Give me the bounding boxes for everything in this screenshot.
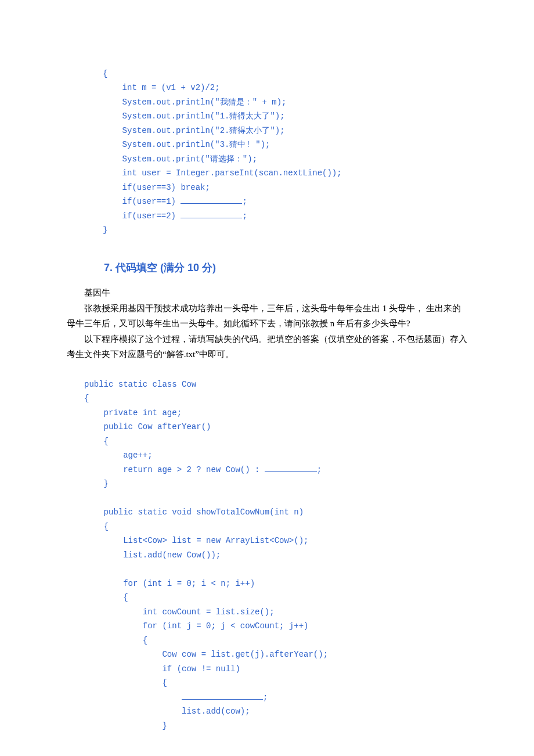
code-line: { — [84, 636, 147, 645]
blank-fill — [181, 210, 242, 218]
code-line: { — [84, 593, 128, 602]
code-line: int m = (v1 + v2)/2; — [103, 83, 220, 92]
code-line: List<Cow> list = new ArrayList<Cow>(); — [84, 536, 308, 545]
code-line: } — [84, 721, 167, 730]
code-line: return age > 2 ? new Cow() : ; — [84, 465, 322, 474]
prose-paragraph: 以下程序模拟了这个过程，请填写缺失的代码。把填空的答案（仅填空处的答案，不包括题… — [67, 332, 467, 362]
prose-title: 基因牛 — [67, 286, 467, 301]
code-line: System.out.println("2.猜得太小了"); — [103, 126, 285, 135]
blank-fill — [182, 692, 263, 700]
code-line: if (cow != null) — [84, 664, 240, 674]
prose-paragraph: 张教授采用基因干预技术成功培养出一头母牛，三年后，这头母牛每年会生出 1 头母牛… — [67, 301, 467, 331]
code-line: int cowCount = list.size(); — [84, 607, 275, 617]
code-line: list.add(new Cow()); — [84, 550, 221, 560]
code-line: ; — [242, 211, 247, 221]
code-block-2: public static class Cow { private int ag… — [67, 363, 467, 733]
code-line: { — [84, 522, 109, 531]
code-line: public Cow afterYear() — [84, 422, 211, 431]
code-line: System.out.print("请选择："); — [103, 154, 257, 164]
code-line: ; — [84, 693, 268, 702]
code-line: ; — [242, 197, 247, 206]
code-line: { — [103, 69, 107, 78]
code-line: { — [84, 678, 167, 687]
code-block-1: { int m = (v1 + v2)/2; System.out.printl… — [67, 52, 467, 237]
code-line: if(user==2) — [103, 211, 181, 221]
code-line: public static class Cow — [84, 380, 196, 389]
blank-fill — [181, 196, 242, 204]
code-line: for (int i = 0; i < n; i++) — [84, 579, 255, 588]
code-line: if(user==3) break; — [103, 183, 210, 192]
section-7-heading: 7. 代码填空 (满分 10 分) — [67, 258, 467, 278]
code-line: { — [84, 394, 89, 403]
code-line: Cow cow = list.get(j).afterYear(); — [84, 650, 328, 659]
code-line: System.out.println("1.猜得太大了"); — [103, 111, 285, 121]
code-line: } — [84, 479, 109, 488]
blank-fill — [265, 464, 317, 472]
code-line: } — [103, 225, 107, 235]
code-line: private int age; — [84, 408, 182, 417]
code-line: age++; — [84, 451, 153, 460]
code-line: for (int j = 0; j < cowCount; j++) — [84, 621, 308, 631]
code-line: { — [84, 437, 109, 446]
code-line: int user = Integer.parseInt(scan.nextLin… — [103, 168, 342, 178]
code-line: System.out.println("我猜是：" + m); — [103, 98, 286, 107]
code-line: if(user==1) — [103, 197, 181, 206]
code-line: list.add(cow); — [84, 707, 250, 716]
code-line: public static void showTotalCowNum(int n… — [84, 507, 304, 517]
code-line: System.out.println("3.猜中! "); — [103, 140, 270, 149]
